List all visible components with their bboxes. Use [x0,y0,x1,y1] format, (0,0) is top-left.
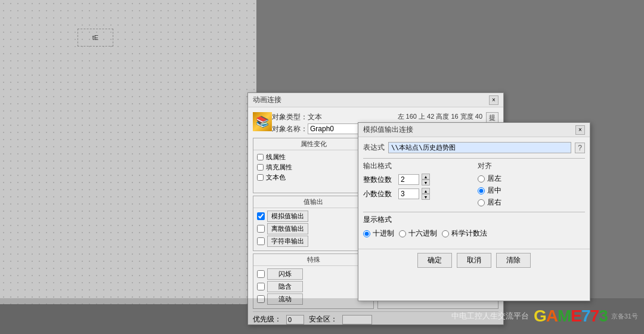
align-right-radio[interactable] [478,199,485,206]
sci-display-radio[interactable] [442,230,449,237]
value-output-title: 值输出 [253,196,373,208]
flash-row: 闪烁 [257,268,370,280]
watermark-logo: G A M E 7 7 3 [534,307,608,326]
discrete-output-button[interactable]: 离散值输出 [267,223,308,234]
decimal-label: 小数位数 [363,189,396,199]
animation-close-button[interactable]: × [489,95,499,105]
help-button[interactable]: ? [575,143,585,153]
align-left-label: 居左 [487,174,501,184]
separator2 [363,212,585,212]
align-title: 对齐 [478,161,585,171]
flash-button[interactable]: 闪烁 [267,268,303,280]
logo-e: E [571,307,581,326]
expr-label: 表达式 [363,143,385,153]
output-format-title: 输出格式 [363,161,470,171]
align-left-row: 居左 [478,174,585,184]
watermark-hint: 中电工控人生交流平台 [451,311,529,321]
canvas-area: tE [0,0,256,304]
attr-change-title: 属性变化 [253,138,373,150]
align-right-row: 居右 [478,197,585,208]
sci-display-label: 科学计数法 [451,228,487,239]
line-attr-checkbox[interactable] [257,154,264,160]
decimal-down-button[interactable]: ▼ [422,194,430,200]
analog-titlebar: 模拟值输出连接 × [358,123,590,137]
integer-up-button[interactable]: ▲ [422,174,430,180]
display-format-row: 十进制 十六进制 科学计数法 [363,228,585,240]
animation-dialog-title: 动画连接 [253,95,281,105]
value-output-section: 值输出 模拟值输出 离散值输出 字符串输出 [253,196,374,251]
logo-a: A [546,307,558,326]
fill-attr-row: 填充属性 [257,163,370,172]
line-attr-label: 线属性 [266,153,286,162]
integer-spin: ▲ ▼ [422,174,430,185]
two-col-section: 输出格式 整数位数 ▲ ▼ 小数位数 ▲ ▼ [363,161,585,209]
analog-output-row: 模拟值输出 [257,211,370,222]
fill-attr-checkbox[interactable] [257,164,264,171]
align-center-row: 居中 [478,185,585,196]
text-color-checkbox[interactable] [257,174,264,181]
object-type-label: 对象类型： [272,112,308,122]
decimal-input[interactable] [398,188,419,199]
hide-row: 隐含 [257,281,370,292]
analog-cancel-button[interactable]: 取消 [457,253,491,268]
hex-display-radio[interactable] [399,230,406,237]
analog-dialog-title: 模拟值输出连接 [363,125,413,135]
canvas-text-element: tE [78,29,113,47]
integer-input[interactable] [398,174,419,185]
analog-output-checkbox[interactable] [257,212,265,220]
align-center-label: 居中 [487,185,501,196]
analog-dialog: 模拟值输出连接 × 表达式 ? 输出格式 整数位数 ▲ ▼ [358,122,590,301]
align-center-radio[interactable] [478,187,485,194]
analog-footer: 确定 取消 清除 [358,249,590,271]
integer-digits-row: 整数位数 ▲ ▼ [363,174,470,185]
align-right-label: 居右 [487,197,501,208]
decimal-display-label: 十进制 [373,228,394,239]
decimal-spin: ▲ ▼ [422,188,430,200]
object-icon: 📚 [253,112,272,131]
align-left-radio[interactable] [478,175,485,183]
text-color-label: 文本色 [266,173,286,182]
analog-dialog-body: 表达式 ? 输出格式 整数位数 ▲ ▼ 小数位数 [358,137,590,245]
separator [363,158,585,159]
text-color-row: 文本色 [257,173,370,182]
special-title: 特殊 [253,254,373,266]
decimal-radio-row: 十进制 [363,228,394,239]
analog-output-button[interactable]: 模拟值输出 [267,211,308,222]
flash-checkbox[interactable] [257,270,265,278]
animation-titlebar: 动画连接 × [248,93,503,107]
display-format-section: 显示格式 十进制 十六进制 科学计数法 [363,215,585,240]
analog-confirm-button[interactable]: 确定 [417,253,452,268]
logo-3: 3 [599,307,608,326]
object-type-value: 文本 [308,112,322,122]
fill-attr-label: 填充属性 [266,163,292,172]
analog-clear-button[interactable]: 清除 [496,253,531,268]
logo-g: G [534,307,546,326]
expression-row: 表达式 ? [363,142,585,153]
logo-7-2: 7 [590,307,599,326]
hide-checkbox[interactable] [257,283,265,290]
object-name-label: 对象名称： [272,124,308,134]
decimal-display-radio[interactable] [363,230,370,237]
canvas-text: tE [92,34,98,41]
align-col: 对齐 居左 居中 居右 [478,161,585,209]
logo-7: 7 [581,307,590,326]
attr-change-section: 属性变化 线属性 填充属性 文本色 [253,138,374,193]
analog-close-button[interactable]: × [575,125,585,135]
line-attr-row: 线属性 [257,153,370,162]
integer-label: 整数位数 [363,175,396,185]
expr-input[interactable] [388,142,571,153]
string-output-button[interactable]: 字符串输出 [267,236,308,247]
watermark-suffix: 京备31号 [611,312,638,321]
string-output-checkbox[interactable] [257,237,265,245]
hex-display-label: 十六进制 [408,228,437,239]
sci-radio-row: 科学计数法 [442,228,487,239]
integer-down-button[interactable]: ▼ [422,180,430,185]
decimal-digits-row: 小数位数 ▲ ▼ [363,188,470,200]
string-output-row: 字符串输出 [257,236,370,247]
output-format-col: 输出格式 整数位数 ▲ ▼ 小数位数 ▲ ▼ [363,161,470,209]
discrete-output-checkbox[interactable] [257,225,265,233]
hide-button[interactable]: 隐含 [267,281,303,292]
decimal-up-button[interactable]: ▲ [422,188,430,194]
logo-m: M [558,307,571,326]
display-format-title: 显示格式 [363,215,392,224]
